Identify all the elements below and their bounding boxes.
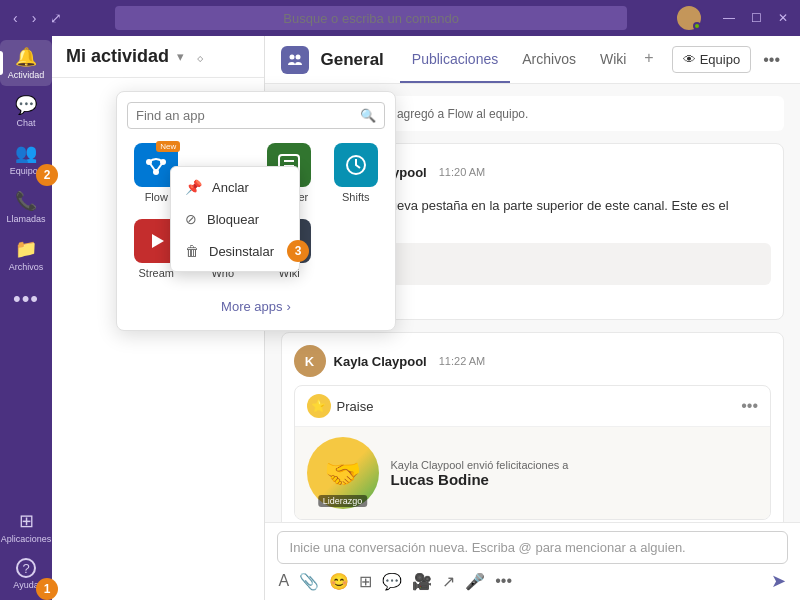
avatar[interactable] [675, 4, 703, 32]
step-badge-3: 3 [287, 240, 309, 262]
team-button[interactable]: 👁 Equipo [672, 46, 751, 73]
send-button[interactable]: ➤ [771, 570, 786, 592]
add-tab-button[interactable]: + [638, 37, 659, 83]
sidebar-item-equipos[interactable]: 👥 Equipos 2 [0, 136, 52, 182]
left-panel-header: Mi actividad ▾ ⬦ [52, 36, 264, 78]
emoji-icon[interactable]: 😊 [329, 572, 349, 591]
sidebar-item-aplicaciones[interactable]: ⊞ Aplicaciones [0, 504, 52, 550]
format-icon[interactable]: A [279, 572, 290, 590]
meeting-icon[interactable]: 💬 [382, 572, 402, 591]
message-header-2: K Kayla Claypool 11:22 AM [294, 345, 771, 377]
apps-icon: ⊞ [19, 510, 34, 532]
context-menu-bloquear[interactable]: ⊘ Bloquear [171, 203, 299, 235]
context-menu-desinstalar[interactable]: 🗑 Desinstalar 3 [171, 235, 299, 267]
praise-recipient: Lucas Bodine [391, 471, 569, 488]
chevron-down-icon[interactable]: ▾ [177, 49, 184, 64]
praise-body: 🤝 Liderazgo Kayla Claypool envió felicit… [295, 427, 770, 519]
chat-icon: 💬 [15, 94, 37, 116]
sidebar-label-llamadas: Llamadas [6, 214, 45, 224]
sidebar-label-chat: Chat [16, 118, 35, 128]
more-apps-label: More apps [221, 299, 282, 314]
praise-subtext: Kayla Claypool envió felicitaciones a [391, 459, 569, 471]
message-input-box[interactable]: Inicie una conversación nueva. Escriba @… [277, 531, 788, 564]
desinstalar-label: Desinstalar [209, 244, 274, 259]
forward-button[interactable]: › [27, 8, 42, 28]
title-bar: ‹ › ⤢ — ☐ ✕ [0, 0, 800, 36]
app-label-flow: Flow [145, 191, 168, 203]
help-icon: ? [16, 558, 36, 578]
app-container: 🔔 Actividad 💬 Chat 👥 Equipos 2 📞 Llamada… [0, 36, 800, 600]
step-badge-1: 1 [36, 578, 58, 600]
sidebar-item-chat[interactable]: 💬 Chat [0, 88, 52, 134]
sidebar-item-archivos[interactable]: 📁 Archivos [0, 232, 52, 278]
app-search-input[interactable] [136, 108, 354, 123]
praise-header: ⭐ Praise ••• [295, 386, 770, 427]
pin-icon: 📌 [185, 179, 202, 195]
tab-publicaciones[interactable]: Publicaciones [400, 37, 510, 83]
context-menu-anclar[interactable]: 📌 Anclar [171, 171, 299, 203]
author-msg2: Kayla Claypool [334, 354, 427, 369]
message-toolbar: A 📎 😊 ⊞ 💬 🎥 ↗ 🎤 ••• ➤ [277, 570, 788, 592]
message-card-2: K Kayla Claypool 11:22 AM ⭐ Praise ••• [281, 332, 784, 522]
praise-badge-label: Liderazgo [318, 495, 368, 507]
app-item-shifts[interactable]: Shifts [327, 139, 386, 207]
time-msg1: 11:20 AM [439, 166, 485, 178]
more-apps-chevron: › [287, 299, 291, 314]
active-indicator [0, 51, 3, 75]
praise-title: ⭐ Praise [307, 394, 374, 418]
channel-tabs: Publicaciones Archivos Wiki + [400, 37, 660, 83]
sidebar-item-actividad[interactable]: 🔔 Actividad [0, 40, 52, 86]
command-search[interactable] [115, 6, 627, 30]
left-panel: Mi actividad ▾ ⬦ 🔍 New Flow [52, 36, 265, 600]
share-icon[interactable]: ↗ [442, 572, 455, 591]
praise-info: 🤝 Liderazgo Kayla Claypool envió felicit… [307, 437, 758, 509]
maximize-button[interactable]: ☐ [747, 11, 766, 25]
back-button[interactable]: ‹ [8, 8, 23, 28]
shifts-icon [334, 143, 378, 187]
app-label-shifts: Shifts [342, 191, 370, 203]
block-icon: ⊘ [185, 211, 197, 227]
svg-marker-10 [152, 234, 164, 248]
status-dot [693, 22, 701, 30]
praise-more-button[interactable]: ••• [741, 397, 758, 415]
sidebar-item-llamadas[interactable]: 📞 Llamadas [0, 184, 52, 230]
new-badge: New [156, 141, 180, 152]
window-controls: — ☐ ✕ [719, 11, 792, 25]
svg-line-3 [149, 162, 156, 172]
trash-icon: 🗑 [185, 243, 199, 259]
files-icon: 📁 [15, 238, 37, 260]
svg-line-4 [156, 162, 163, 172]
sidebar-label-archivos: Archivos [9, 262, 44, 272]
filter-icon[interactable]: ⬦ [196, 49, 204, 65]
team-label: Equipo [700, 52, 740, 67]
praise-card: ⭐ Praise ••• 🤝 Liderazgo Kayla C [294, 385, 771, 520]
bloquear-label: Bloquear [207, 212, 259, 227]
avatar-msg2: K [294, 345, 326, 377]
video-icon[interactable]: 🎥 [412, 572, 432, 591]
attach-icon[interactable]: 📎 [299, 572, 319, 591]
more-options-button[interactable]: ••• [759, 47, 784, 73]
context-menu: 📌 Anclar ⊘ Bloquear 🗑 Desinstalar 3 [170, 166, 300, 272]
apps-toolbar-icon[interactable]: ⊞ [359, 572, 372, 591]
sidebar-item-ayuda[interactable]: ? Ayuda 1 [0, 552, 52, 596]
sidebar-label-apps: Aplicaciones [1, 534, 52, 544]
tab-archivos[interactable]: Archivos [510, 37, 588, 83]
time-msg2: 11:22 AM [439, 355, 485, 367]
teams-icon: 👥 [15, 142, 37, 164]
step-badge-2: 2 [36, 164, 58, 186]
message-input-area: Inicie una conversación nueva. Escriba @… [265, 522, 800, 600]
minimize-button[interactable]: — [719, 11, 739, 25]
sidebar-item-more[interactable]: ••• [0, 280, 52, 320]
close-button[interactable]: ✕ [774, 11, 792, 25]
more-toolbar-icon[interactable]: ••• [495, 572, 512, 590]
panel-title: Mi actividad [66, 46, 169, 67]
more-apps-button[interactable]: More apps › [127, 293, 385, 320]
refresh-button[interactable]: ⤢ [45, 8, 67, 28]
audio-icon[interactable]: 🎤 [465, 572, 485, 591]
praise-icon: ⭐ [307, 394, 331, 418]
praise-title-label: Praise [337, 399, 374, 414]
sidebar-label-help: Ayuda [13, 580, 38, 590]
eye-icon: 👁 [683, 52, 696, 67]
tab-wiki[interactable]: Wiki [588, 37, 638, 83]
nav-buttons: ‹ › ⤢ [8, 8, 67, 28]
